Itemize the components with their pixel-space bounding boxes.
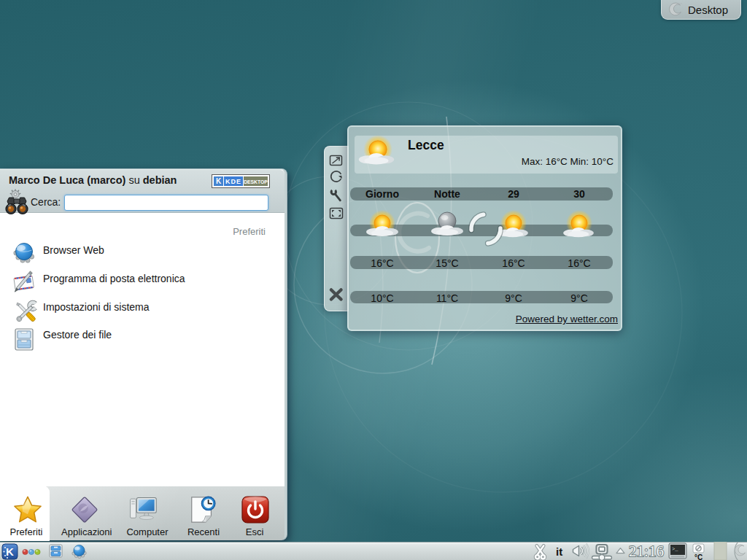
svg-text:KDE: KDE bbox=[225, 178, 241, 185]
svg-text:21:16: 21:16 bbox=[629, 542, 664, 560]
svg-text:K: K bbox=[216, 177, 222, 185]
svg-text:>_: >_ bbox=[672, 546, 678, 552]
svg-text:°C: °C bbox=[694, 553, 703, 560]
svg-text:DESKTOP: DESKTOP bbox=[244, 179, 268, 184]
svg-text:K: K bbox=[6, 545, 14, 558]
svg-text:it: it bbox=[556, 545, 562, 558]
